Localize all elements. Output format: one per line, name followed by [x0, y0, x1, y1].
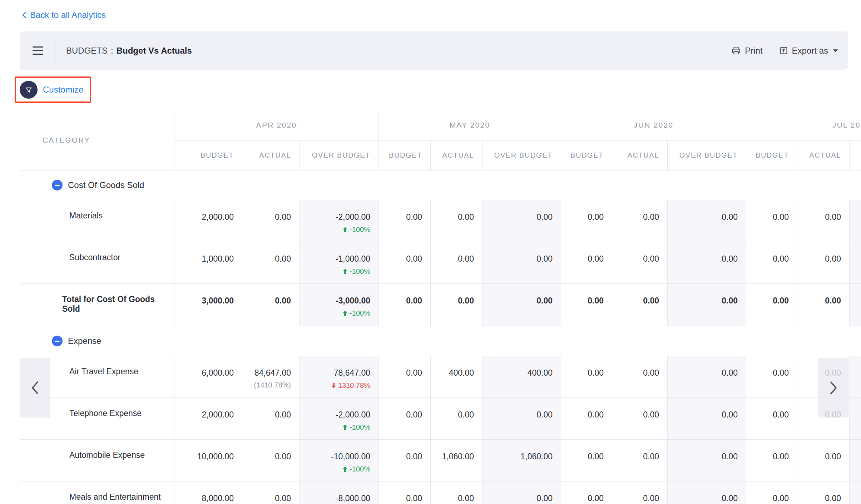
value-cell	[850, 398, 861, 440]
row-label: Subcontractor	[20, 242, 174, 284]
back-to-analytics-link[interactable]: Back to all Analytics	[22, 10, 106, 20]
trend-up-badge: -100%	[303, 423, 370, 431]
print-button[interactable]: Print	[731, 46, 762, 56]
trend-down-badge: 1310.78%	[303, 381, 370, 390]
trend-up-badge: -100%	[303, 309, 370, 317]
group-label: Expense	[68, 336, 101, 346]
column-header: ACTUAL	[242, 140, 300, 171]
value-cell: 0.00	[612, 284, 668, 326]
value-cell: 0.00	[379, 200, 431, 242]
value-cell: 0.00	[483, 284, 561, 326]
value-cell: 0.00	[746, 356, 797, 398]
value-cell: 0.00	[797, 284, 850, 326]
value-cell: 0.00	[746, 284, 797, 326]
chevron-left-icon	[31, 381, 39, 395]
table-row: Automobile Expense10,000.000.00-10,000.0…	[20, 440, 861, 481]
month-header: JUL 2020	[746, 110, 861, 140]
value-cell	[850, 440, 861, 481]
value-cell: 0.00	[483, 481, 561, 504]
value-cell: 400.00	[483, 356, 561, 398]
back-link-label: Back to all Analytics	[30, 10, 106, 20]
value-cell: 0.00	[561, 481, 612, 504]
value-cell: 84,647.00(1410.78%)	[242, 356, 300, 398]
caret-down-icon	[833, 49, 838, 53]
row-label: Meals and Entertainment	[20, 481, 174, 504]
value-cell: -2,000.00-100%	[300, 200, 379, 242]
value-cell: 0.00	[483, 398, 561, 440]
value-cell: 0.00	[483, 200, 561, 242]
report-module-label: BUDGETS	[66, 46, 108, 56]
value-cell: 2,000.00	[174, 398, 242, 440]
value-cell: 3,000.00	[174, 284, 242, 326]
value-cell: 0.00	[242, 440, 300, 481]
value-cell: 0.00	[561, 398, 612, 440]
value-cell: 0.00	[746, 398, 797, 440]
header-divider	[55, 38, 55, 64]
trend-up-badge: -100%	[303, 465, 370, 473]
value-cell: 2,000.00	[174, 200, 242, 242]
value-cell: 0.00	[379, 481, 431, 504]
value-cell: 0.00	[746, 481, 797, 504]
value-cell: 0.00	[668, 200, 746, 242]
customize-button[interactable]: Customize	[20, 81, 83, 99]
printer-icon	[731, 46, 741, 55]
month-header: APR 2020	[174, 110, 379, 140]
value-cell: 0.00	[612, 242, 668, 284]
table-row: Air Travel Expense6,000.0084,647.00(1410…	[20, 356, 861, 398]
hamburger-menu-icon[interactable]	[33, 46, 43, 55]
group-row: Expense	[20, 326, 861, 356]
value-cell	[850, 356, 861, 398]
month-header: MAY 2020	[379, 110, 561, 140]
column-header: OVER BUDGET	[668, 140, 746, 171]
value-cell: 10,000.00	[174, 440, 242, 481]
value-cell: -2,000.00-100%	[300, 398, 379, 440]
value-cell: 0.00	[612, 356, 668, 398]
export-icon	[779, 46, 788, 55]
group-label: Cost Of Goods Sold	[68, 180, 144, 190]
value-cell: 0.00	[242, 481, 300, 504]
value-cell: 0.00	[797, 440, 850, 481]
value-cell: 0.00	[612, 200, 668, 242]
row-label: Total for Cost Of Goods Sold	[20, 284, 174, 326]
month-header: JUN 2020	[561, 110, 746, 140]
value-cell: 0.00	[561, 242, 612, 284]
collapse-group-icon[interactable]	[52, 336, 63, 346]
chevron-left-icon	[22, 11, 26, 19]
export-label: Export as	[792, 46, 828, 56]
scroll-left-button[interactable]	[20, 358, 50, 417]
value-cell: 1,000.00	[174, 242, 242, 284]
value-cell: 8,000.00	[174, 481, 242, 504]
value-cell	[850, 242, 861, 284]
customize-label: Customize	[43, 85, 83, 95]
table-row: Subcontractor1,000.000.00-1,000.00-100%0…	[20, 242, 861, 284]
value-cell: 0.00	[242, 284, 300, 326]
chevron-right-icon	[830, 381, 837, 395]
table-row: Materials2,000.000.00-2,000.00-100%0.000…	[20, 200, 861, 242]
column-header: OVER BUDGET	[300, 140, 379, 171]
value-cell	[850, 481, 861, 504]
column-header: BUDGET	[561, 140, 612, 171]
value-cell: 0.00	[612, 481, 668, 504]
value-cell: 0.00	[668, 481, 746, 504]
value-cell: 0.00	[483, 242, 561, 284]
value-cell: 0.00	[242, 398, 300, 440]
report-name: Budget Vs Actuals	[117, 46, 192, 56]
column-header: ACTUAL	[612, 140, 668, 171]
value-cell: 0.00	[561, 440, 612, 481]
collapse-group-icon[interactable]	[52, 180, 63, 191]
value-cell: 0.00	[561, 200, 612, 242]
value-cell: 0.00	[797, 242, 850, 284]
value-cell: 0.00	[242, 200, 300, 242]
export-as-button[interactable]: Export as	[779, 46, 838, 56]
budget-table: CATEGORYAPR 2020MAY 2020JUN 2020JUL 2020…	[20, 110, 861, 504]
value-cell: 6,000.00	[174, 356, 242, 398]
column-header: ACTUAL	[431, 140, 483, 171]
value-cell: 0.00	[668, 284, 746, 326]
value-cell: -3,000.00-100%	[300, 284, 379, 326]
value-cell: 0.00	[746, 200, 797, 242]
value-cell	[850, 200, 861, 242]
scroll-right-button[interactable]	[818, 358, 848, 417]
value-cell: 1,060.00	[483, 440, 561, 481]
value-cell	[850, 284, 861, 326]
row-label: Materials	[20, 200, 174, 242]
